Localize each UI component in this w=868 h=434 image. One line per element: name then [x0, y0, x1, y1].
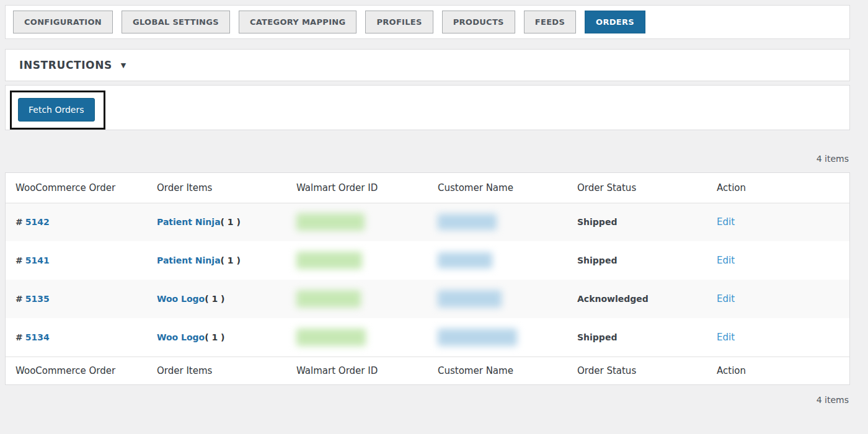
col-header-action: Action — [707, 173, 849, 203]
tab-configuration[interactable]: CONFIGURATION — [13, 11, 113, 33]
order-item-qty: ( 1 ) — [221, 217, 241, 227]
order-status: Shipped — [577, 255, 617, 265]
col-header-order-items: Order Items — [147, 173, 286, 203]
order-item-qty: ( 1 ) — [205, 332, 224, 342]
walmart-order-id-redacted — [296, 329, 366, 346]
fetch-orders-panel: Fetch Orders — [5, 85, 850, 130]
orders-table: WooCommerce Order Order Items Walmart Or… — [6, 173, 849, 384]
edit-order-link[interactable]: Edit — [717, 255, 735, 266]
order-item-link[interactable]: Woo Logo — [157, 332, 205, 342]
order-status: Acknowledged — [577, 294, 649, 304]
order-status: Shipped — [577, 332, 617, 342]
order-id-link[interactable]: 5134 — [25, 332, 50, 342]
order-item-qty: ( 1 ) — [205, 294, 224, 304]
tab-feeds[interactable]: FEEDS — [524, 11, 576, 33]
col-header-customer-name: Customer Name — [428, 173, 567, 203]
instructions-toggle[interactable]: INSTRUCTIONS ▼ — [5, 49, 850, 81]
order-id-link[interactable]: 5141 — [25, 255, 50, 265]
col-footer-woocommerce-order: WooCommerce Order — [6, 356, 147, 384]
order-id-link[interactable]: 5135 — [25, 294, 50, 304]
order-item-qty: ( 1 ) — [221, 255, 241, 265]
col-footer-order-items: Order Items — [147, 356, 286, 384]
edit-order-link[interactable]: Edit — [717, 216, 735, 228]
items-count-top: 4 items — [5, 154, 850, 164]
customer-name-redacted — [438, 252, 492, 268]
order-hash: # — [16, 255, 23, 265]
items-count-bottom: 4 items — [5, 395, 850, 405]
order-id-link[interactable]: 5142 — [25, 217, 50, 227]
col-footer-order-status: Order Status — [567, 356, 707, 384]
walmart-order-id-redacted — [296, 213, 365, 231]
table-row: #5142 Patient Ninja( 1 ) Shipped Edit — [6, 203, 849, 241]
col-header-walmart-order-id: Walmart Order ID — [286, 173, 428, 203]
annotation-highlight-box: Fetch Orders — [10, 91, 105, 130]
table-row: #5141 Patient Ninja( 1 ) Shipped Edit — [6, 241, 849, 280]
tab-category-mapping[interactable]: CATEGORY MAPPING — [239, 11, 357, 33]
walmart-order-id-redacted — [296, 252, 362, 269]
orders-table-panel: WooCommerce Order Order Items Walmart Or… — [5, 172, 850, 385]
tab-products[interactable]: PRODUCTS — [442, 11, 515, 33]
order-item-link[interactable]: Patient Ninja — [157, 217, 221, 227]
customer-name-redacted — [438, 329, 517, 346]
edit-order-link[interactable]: Edit — [717, 293, 735, 304]
order-status: Shipped — [577, 217, 617, 227]
col-footer-walmart-order-id: Walmart Order ID — [286, 356, 428, 384]
tab-orders[interactable]: ORDERS — [585, 11, 645, 33]
table-row: #5134 Woo Logo( 1 ) Shipped Edit — [6, 318, 849, 356]
fetch-orders-button[interactable]: Fetch Orders — [18, 98, 95, 122]
order-item-link[interactable]: Patient Ninja — [157, 255, 221, 265]
table-header-row: WooCommerce Order Order Items Walmart Or… — [6, 173, 849, 203]
customer-name-redacted — [438, 290, 502, 308]
orders-page: CONFIGURATION GLOBAL SETTINGS CATEGORY M… — [0, 0, 855, 410]
col-footer-customer-name: Customer Name — [428, 356, 567, 384]
table-row: #5135 Woo Logo( 1 ) Acknowledged Edit — [6, 280, 849, 318]
col-header-order-status: Order Status — [567, 173, 707, 203]
order-hash: # — [16, 294, 23, 304]
order-item-link[interactable]: Woo Logo — [157, 294, 205, 304]
order-hash: # — [16, 332, 23, 342]
table-footer-row: WooCommerce Order Order Items Walmart Or… — [6, 356, 849, 384]
customer-name-redacted — [438, 214, 497, 230]
tab-profiles[interactable]: PROFILES — [365, 11, 433, 33]
instructions-title: INSTRUCTIONS — [19, 59, 112, 71]
tab-global-settings[interactable]: GLOBAL SETTINGS — [122, 11, 230, 33]
plugin-tab-bar: CONFIGURATION GLOBAL SETTINGS CATEGORY M… — [5, 5, 850, 39]
col-header-woocommerce-order: WooCommerce Order — [6, 173, 147, 203]
walmart-order-id-redacted — [296, 290, 361, 308]
col-footer-action: Action — [707, 356, 849, 384]
edit-order-link[interactable]: Edit — [717, 332, 735, 343]
chevron-down-icon: ▼ — [121, 62, 126, 69]
order-hash: # — [16, 217, 23, 227]
